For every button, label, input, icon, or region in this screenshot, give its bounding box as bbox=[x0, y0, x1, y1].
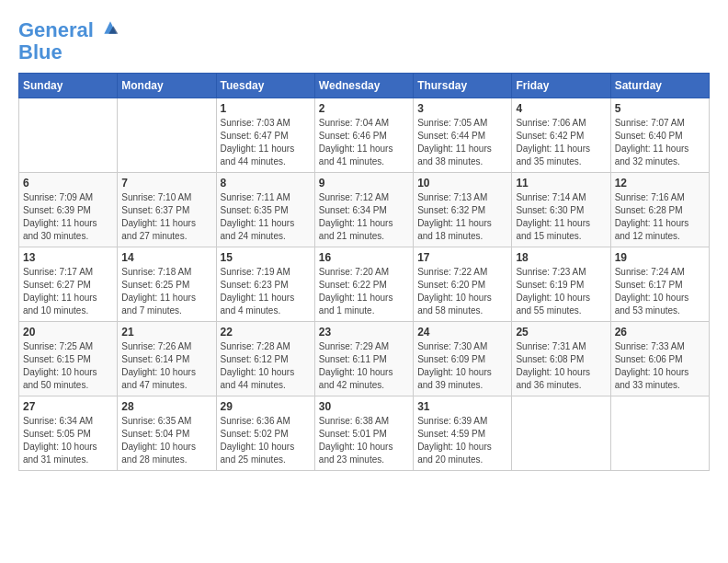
day-number: 25 bbox=[516, 326, 606, 339]
day-cell: 25Sunrise: 7:31 AM Sunset: 6:08 PM Dayli… bbox=[512, 322, 610, 396]
day-number: 28 bbox=[121, 400, 211, 413]
day-number: 6 bbox=[23, 177, 113, 190]
day-cell: 10Sunrise: 7:13 AM Sunset: 6:32 PM Dayli… bbox=[414, 173, 512, 247]
day-cell: 23Sunrise: 7:29 AM Sunset: 6:11 PM Dayli… bbox=[314, 322, 413, 396]
day-info: Sunrise: 7:25 AM Sunset: 6:15 PM Dayligh… bbox=[23, 340, 113, 392]
day-info: Sunrise: 7:06 AM Sunset: 6:42 PM Dayligh… bbox=[516, 117, 606, 168]
day-info: Sunrise: 7:33 AM Sunset: 6:06 PM Dayligh… bbox=[615, 340, 705, 392]
day-number: 9 bbox=[319, 177, 409, 190]
day-info: Sunrise: 7:29 AM Sunset: 6:11 PM Dayligh… bbox=[319, 340, 409, 392]
logo-icon bbox=[101, 18, 119, 37]
day-info: Sunrise: 7:31 AM Sunset: 6:08 PM Dayligh… bbox=[516, 340, 606, 392]
header-day-friday: Friday bbox=[512, 74, 610, 98]
day-info: Sunrise: 7:30 AM Sunset: 6:09 PM Dayligh… bbox=[417, 340, 507, 392]
week-row-3: 13Sunrise: 7:17 AM Sunset: 6:27 PM Dayli… bbox=[19, 247, 710, 322]
day-number: 16 bbox=[319, 251, 409, 264]
day-cell bbox=[512, 396, 610, 471]
week-row-5: 27Sunrise: 6:34 AM Sunset: 5:05 PM Dayli… bbox=[19, 396, 710, 471]
day-number: 24 bbox=[417, 326, 507, 339]
day-info: Sunrise: 7:16 AM Sunset: 6:28 PM Dayligh… bbox=[615, 191, 705, 243]
logo-blue: Blue bbox=[18, 41, 119, 63]
logo-text: General bbox=[18, 18, 119, 41]
day-cell: 21Sunrise: 7:26 AM Sunset: 6:14 PM Dayli… bbox=[118, 322, 216, 396]
day-info: Sunrise: 7:09 AM Sunset: 6:39 PM Dayligh… bbox=[23, 191, 113, 243]
day-cell: 28Sunrise: 6:35 AM Sunset: 5:04 PM Dayli… bbox=[118, 396, 216, 471]
day-info: Sunrise: 7:05 AM Sunset: 6:44 PM Dayligh… bbox=[417, 117, 507, 168]
day-number: 1 bbox=[221, 102, 311, 115]
day-cell: 6Sunrise: 7:09 AM Sunset: 6:39 PM Daylig… bbox=[19, 173, 118, 247]
header-day-wednesday: Wednesday bbox=[314, 74, 413, 98]
day-cell: 4Sunrise: 7:06 AM Sunset: 6:42 PM Daylig… bbox=[512, 98, 610, 173]
day-info: Sunrise: 7:17 AM Sunset: 6:27 PM Dayligh… bbox=[23, 266, 113, 317]
day-info: Sunrise: 6:34 AM Sunset: 5:05 PM Dayligh… bbox=[23, 415, 113, 466]
day-number: 26 bbox=[615, 326, 705, 339]
day-number: 11 bbox=[516, 177, 606, 190]
week-row-1: 1Sunrise: 7:03 AM Sunset: 6:47 PM Daylig… bbox=[19, 98, 710, 173]
week-row-2: 6Sunrise: 7:09 AM Sunset: 6:39 PM Daylig… bbox=[19, 173, 710, 247]
day-cell: 22Sunrise: 7:28 AM Sunset: 6:12 PM Dayli… bbox=[216, 322, 314, 396]
day-cell: 1Sunrise: 7:03 AM Sunset: 6:47 PM Daylig… bbox=[216, 98, 314, 173]
day-number: 3 bbox=[417, 102, 507, 115]
day-cell: 13Sunrise: 7:17 AM Sunset: 6:27 PM Dayli… bbox=[19, 247, 118, 322]
day-number: 27 bbox=[23, 400, 113, 413]
day-info: Sunrise: 7:18 AM Sunset: 6:25 PM Dayligh… bbox=[121, 266, 211, 317]
day-cell: 27Sunrise: 6:34 AM Sunset: 5:05 PM Dayli… bbox=[19, 396, 118, 471]
day-cell: 29Sunrise: 6:36 AM Sunset: 5:02 PM Dayli… bbox=[216, 396, 314, 471]
day-number: 17 bbox=[417, 251, 507, 264]
day-number: 29 bbox=[221, 400, 311, 413]
day-info: Sunrise: 7:03 AM Sunset: 6:47 PM Dayligh… bbox=[221, 117, 311, 168]
header-day-sunday: Sunday bbox=[19, 74, 118, 98]
header-day-saturday: Saturday bbox=[610, 74, 709, 98]
day-info: Sunrise: 7:12 AM Sunset: 6:34 PM Dayligh… bbox=[319, 191, 409, 243]
calendar-body: 1Sunrise: 7:03 AM Sunset: 6:47 PM Daylig… bbox=[19, 98, 710, 471]
day-number: 19 bbox=[615, 251, 705, 264]
day-number: 4 bbox=[516, 102, 606, 115]
day-info: Sunrise: 7:19 AM Sunset: 6:23 PM Dayligh… bbox=[221, 266, 311, 317]
logo: General Blue bbox=[18, 18, 119, 63]
day-number: 8 bbox=[221, 177, 311, 190]
day-number: 10 bbox=[417, 177, 507, 190]
page-header: General Blue bbox=[18, 18, 710, 63]
header-row: SundayMondayTuesdayWednesdayThursdayFrid… bbox=[19, 74, 710, 98]
calendar-header: SundayMondayTuesdayWednesdayThursdayFrid… bbox=[19, 74, 710, 98]
day-cell: 8Sunrise: 7:11 AM Sunset: 6:35 PM Daylig… bbox=[216, 173, 314, 247]
day-info: Sunrise: 7:26 AM Sunset: 6:14 PM Dayligh… bbox=[121, 340, 211, 392]
day-number: 14 bbox=[121, 251, 211, 264]
day-info: Sunrise: 7:28 AM Sunset: 6:12 PM Dayligh… bbox=[221, 340, 311, 392]
day-number: 15 bbox=[221, 251, 311, 264]
day-info: Sunrise: 7:24 AM Sunset: 6:17 PM Dayligh… bbox=[615, 266, 705, 317]
day-info: Sunrise: 7:07 AM Sunset: 6:40 PM Dayligh… bbox=[615, 117, 705, 168]
logo-general: General bbox=[18, 18, 94, 41]
header-day-tuesday: Tuesday bbox=[216, 74, 314, 98]
day-info: Sunrise: 7:10 AM Sunset: 6:37 PM Dayligh… bbox=[121, 191, 211, 243]
day-number: 18 bbox=[516, 251, 606, 264]
day-number: 2 bbox=[319, 102, 409, 115]
day-cell: 31Sunrise: 6:39 AM Sunset: 4:59 PM Dayli… bbox=[414, 396, 512, 471]
day-number: 22 bbox=[221, 326, 311, 339]
day-cell: 18Sunrise: 7:23 AM Sunset: 6:19 PM Dayli… bbox=[512, 247, 610, 322]
week-row-4: 20Sunrise: 7:25 AM Sunset: 6:15 PM Dayli… bbox=[19, 322, 710, 396]
header-day-thursday: Thursday bbox=[414, 74, 512, 98]
day-cell: 20Sunrise: 7:25 AM Sunset: 6:15 PM Dayli… bbox=[19, 322, 118, 396]
day-info: Sunrise: 7:23 AM Sunset: 6:19 PM Dayligh… bbox=[516, 266, 606, 317]
day-info: Sunrise: 6:36 AM Sunset: 5:02 PM Dayligh… bbox=[221, 415, 311, 466]
day-number: 30 bbox=[319, 400, 409, 413]
day-cell bbox=[610, 396, 709, 471]
day-cell: 17Sunrise: 7:22 AM Sunset: 6:20 PM Dayli… bbox=[414, 247, 512, 322]
day-info: Sunrise: 7:11 AM Sunset: 6:35 PM Dayligh… bbox=[221, 191, 311, 243]
day-number: 7 bbox=[121, 177, 211, 190]
day-number: 12 bbox=[615, 177, 705, 190]
day-cell: 5Sunrise: 7:07 AM Sunset: 6:40 PM Daylig… bbox=[610, 98, 709, 173]
day-info: Sunrise: 7:20 AM Sunset: 6:22 PM Dayligh… bbox=[319, 266, 409, 317]
day-cell: 30Sunrise: 6:38 AM Sunset: 5:01 PM Dayli… bbox=[314, 396, 413, 471]
day-info: Sunrise: 7:13 AM Sunset: 6:32 PM Dayligh… bbox=[417, 191, 507, 243]
day-info: Sunrise: 7:22 AM Sunset: 6:20 PM Dayligh… bbox=[417, 266, 507, 317]
day-cell: 9Sunrise: 7:12 AM Sunset: 6:34 PM Daylig… bbox=[314, 173, 413, 247]
day-number: 5 bbox=[615, 102, 705, 115]
day-number: 13 bbox=[23, 251, 113, 264]
day-cell: 7Sunrise: 7:10 AM Sunset: 6:37 PM Daylig… bbox=[118, 173, 216, 247]
day-info: Sunrise: 6:38 AM Sunset: 5:01 PM Dayligh… bbox=[319, 415, 409, 466]
day-number: 31 bbox=[417, 400, 507, 413]
day-info: Sunrise: 7:04 AM Sunset: 6:46 PM Dayligh… bbox=[319, 117, 409, 168]
day-cell: 24Sunrise: 7:30 AM Sunset: 6:09 PM Dayli… bbox=[414, 322, 512, 396]
